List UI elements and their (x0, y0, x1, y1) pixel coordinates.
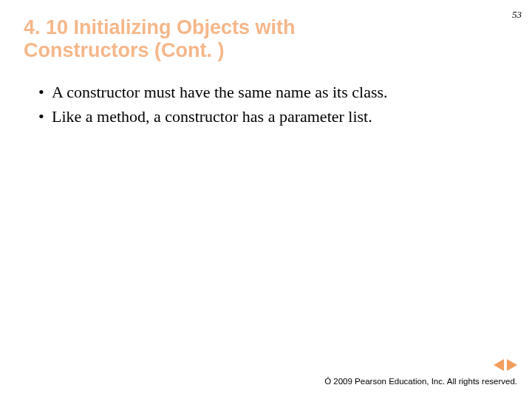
list-item: • Like a method, a constructor has a par… (38, 106, 502, 129)
next-slide-button[interactable] (507, 359, 517, 371)
bullet-text: Like a method, a constructor has a param… (52, 106, 372, 129)
copyright-symbol: Ó (324, 377, 331, 386)
slide-title: 4. 10 Initializing Objects with Construc… (24, 16, 341, 62)
page-number: 53 (512, 9, 522, 21)
prev-slide-button[interactable] (494, 359, 504, 371)
bullet-list: • A constructor must have the same name … (38, 81, 502, 130)
nav-controls (494, 359, 517, 371)
copyright: Ó 2009 Pearson Education, Inc. All right… (324, 377, 517, 386)
bullet-text: A constructor must have the same name as… (52, 81, 388, 104)
list-item: • A constructor must have the same name … (38, 81, 502, 104)
bullet-marker: • (38, 106, 52, 129)
copyright-text: 2009 Pearson Education, Inc. All rights … (331, 377, 517, 386)
bullet-marker: • (38, 81, 52, 104)
